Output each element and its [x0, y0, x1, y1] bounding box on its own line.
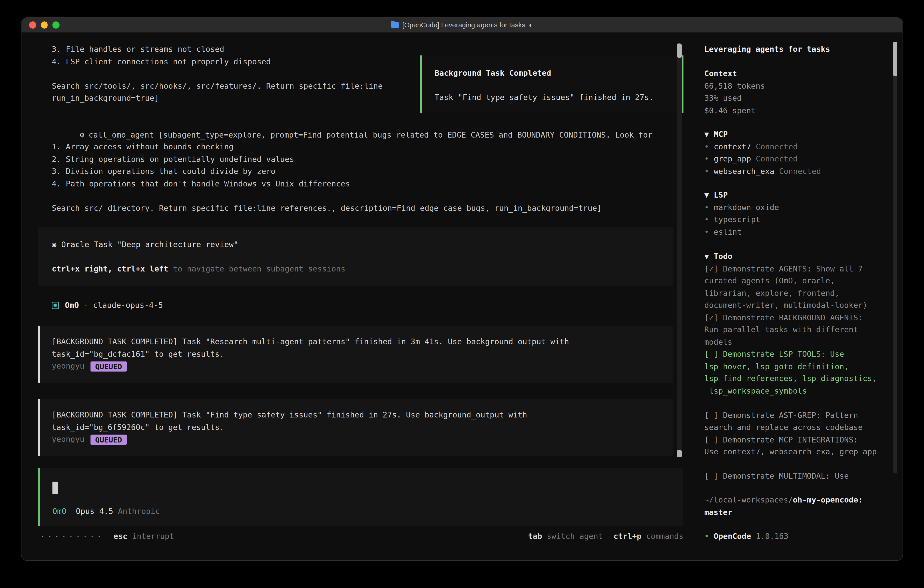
separator-dot: · — [84, 299, 88, 312]
provider-label: Anthropic — [118, 505, 160, 518]
background-task-toast: Background Task Completed Task "Find typ… — [421, 56, 683, 113]
window-title: [OpenCode] Leveraging agents for tasks ◐ — [391, 21, 533, 28]
message-author: yeongyu — [52, 360, 84, 372]
agent-header: OmO · claude-opus-4-5 — [52, 299, 163, 312]
active-agent-label: OmO — [52, 505, 66, 518]
tool-call-block: ⚙call_omo_agent [subagent_type=explore, … — [52, 117, 677, 226]
status-badge: QUEUED — [90, 361, 127, 372]
mcp-section: ▼MCP • context7 Connected • grep_app Con… — [705, 129, 821, 178]
todo-section: ▼Todo [✓] Demonstrate AGENTS: Show all 7… — [705, 251, 891, 482]
app-version: • OpenCode 1.0.163 — [705, 530, 789, 543]
mcp-item: • context7 Connected — [705, 141, 821, 153]
lsp-heading: ▼LSP — [705, 189, 779, 202]
prompt-input[interactable]: OmO Opus 4.5 Anthropic — [38, 468, 683, 526]
bullet-icon: • — [705, 153, 709, 165]
active-model-label: Opus 4.5 — [76, 505, 113, 518]
git-branch: master — [705, 506, 863, 519]
esc-key-label: interrupt — [132, 530, 174, 543]
traffic-lights — [29, 21, 59, 28]
status-bar: ········· esc interrupt tab switch agent… — [40, 530, 683, 543]
folder-icon — [391, 22, 399, 28]
bullet-icon: • — [705, 530, 709, 543]
minimize-window-button[interactable] — [41, 21, 48, 28]
status-badge: QUEUED — [90, 434, 127, 445]
todo-item: [ ] Demonstrate LSP TOOLS: Use lsp_hover… — [705, 349, 891, 397]
tab-key-hint: tab — [528, 530, 542, 543]
message-author: yeongyu — [52, 433, 84, 446]
oracle-task-panel: ◉Oracle Task "Deep architecture review" … — [38, 227, 673, 286]
bullet-icon: • — [705, 226, 709, 238]
window-titlebar[interactable]: [OpenCode] Leveraging agents for tasks ◐ — [21, 18, 903, 33]
main-scrollbar-cap — [677, 450, 681, 457]
zoom-window-button[interactable] — [52, 21, 59, 28]
hint-keys: ctrl+x right, ctrl+x left — [52, 264, 168, 273]
progress-glyph-icon: ◐ — [529, 21, 533, 28]
tab-key-label: switch agent — [547, 530, 603, 543]
esc-key-hint: esc — [114, 530, 127, 543]
todo-item: [✓] Demonstrate BACKGROUND AGENTS: Run p… — [705, 312, 891, 349]
chevron-down-icon: ▼ — [705, 252, 709, 261]
todo-item: [ ] Demonstrate AST-GREP: Pattern search… — [705, 409, 891, 434]
message-body: [BACKGROUND TASK COMPLETED] Task "Find t… — [52, 409, 662, 433]
tool-call-text: call_omo_agent [subagent_type=explore, p… — [52, 130, 653, 212]
workspace-path-name: oh-my-opencode: — [793, 496, 863, 504]
context-heading: Context — [705, 68, 765, 80]
bullet-icon: • — [705, 141, 709, 153]
todo-item: [ ] Demonstrate MULTIMODAL: Use — [705, 471, 891, 483]
message-meta: yeongyu QUEUED — [52, 360, 662, 372]
close-window-button[interactable] — [29, 21, 36, 28]
bullet-icon: • — [705, 202, 709, 214]
text-cursor — [52, 482, 58, 494]
mcp-heading: ▼MCP — [705, 129, 821, 141]
desktop: [OpenCode] Leveraging agents for tasks ◐… — [0, 0, 924, 588]
window-title-text: [OpenCode] Leveraging agents for tasks — [403, 21, 525, 28]
lsp-item: • typescript — [705, 214, 779, 226]
todo-item: [ ] Demonstrate MCP INTEGRATIONS: Use co… — [705, 434, 891, 458]
navigation-hint: ctrl+x right, ctrl+x left to navigate be… — [52, 263, 673, 275]
bullet-icon: • — [705, 165, 709, 178]
hint-text: to navigate between subagent sessions — [168, 264, 345, 273]
context-section: Context 66,518 tokens 33% used $0.46 spe… — [705, 68, 765, 117]
sidebar-scrollbar[interactable] — [893, 41, 897, 473]
chevron-down-icon: ▼ — [705, 190, 709, 200]
app-version-number: 1.0.163 — [756, 530, 788, 543]
workspace-path-prefix: ~/local-workspaces/ — [705, 496, 793, 504]
lsp-section: ▼LSP • markdown-oxide • typescript • esl… — [705, 189, 779, 238]
chevron-down-icon: ▼ — [705, 130, 709, 139]
oracle-task-title: ◉Oracle Task "Deep architecture review" — [52, 239, 673, 251]
main-scrollbar-thumb[interactable] — [677, 43, 681, 58]
main-scrollbar[interactable] — [677, 43, 681, 457]
gear-icon: ⚙ — [80, 130, 84, 139]
todo-item: [✓] Demonstrate AGENTS: Show all 7 curat… — [705, 263, 891, 312]
context-used: 33% used — [705, 92, 765, 105]
lsp-item: • eslint — [705, 226, 779, 238]
message-card: [BACKGROUND TASK COMPLETED] Task "Find t… — [38, 399, 673, 456]
todo-heading: ▼Todo — [705, 251, 891, 263]
message-card: [BACKGROUND TASK COMPLETED] Task "Resear… — [38, 325, 673, 383]
ctrlp-key-hint: ctrl+p — [614, 530, 641, 543]
workspace-path: ~/local-workspaces/oh-my-opencode: maste… — [705, 494, 863, 519]
toast-title: Background Task Completed — [435, 67, 672, 79]
bullet-icon: • — [705, 214, 709, 226]
ctrlp-key-label: commands — [646, 530, 683, 543]
agent-checkbox-icon — [52, 302, 59, 309]
context-spent: $0.46 spent — [705, 105, 765, 117]
spinner-dots-icon: ········· — [40, 530, 104, 543]
mcp-item: • websearch_exa Connected — [705, 165, 821, 178]
lsp-item: • markdown-oxide — [705, 202, 779, 214]
session-title: Leveraging agents for tasks — [705, 43, 830, 56]
agent-model: claude-opus-4-5 — [93, 299, 163, 312]
mcp-item: • grep_app Connected — [705, 153, 821, 165]
context-tokens: 66,518 tokens — [705, 80, 765, 92]
message-meta: yeongyu QUEUED — [52, 433, 662, 446]
oracle-bullet-icon: ◉ — [52, 240, 56, 249]
terminal-output-top: 3. File handles or streams not closed 4.… — [52, 43, 433, 104]
toast-body: Task "Find type safety issues" finished … — [435, 92, 672, 104]
app-name: OpenCode — [714, 530, 751, 543]
sidebar-scrollbar-thumb[interactable] — [893, 41, 897, 76]
terminal-window: [OpenCode] Leveraging agents for tasks ◐… — [21, 18, 903, 560]
input-footer: OmO Opus 4.5 Anthropic — [52, 505, 160, 518]
agent-name: OmO — [65, 299, 79, 312]
message-body: [BACKGROUND TASK COMPLETED] Task "Resear… — [52, 336, 662, 360]
